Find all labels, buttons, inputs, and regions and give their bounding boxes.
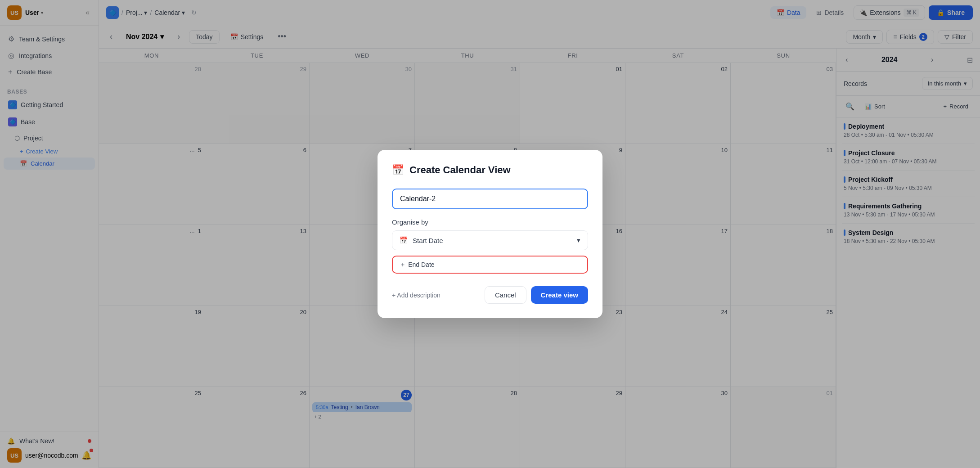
modal-title-label: Create Calendar View <box>409 164 511 176</box>
organise-by-dropdown[interactable]: 📅 Start Date ▾ <box>392 230 588 250</box>
end-date-label: End Date <box>408 261 434 268</box>
start-date-select-label: Start Date <box>413 237 443 244</box>
add-description-label: + Add description <box>392 292 441 299</box>
add-description-button[interactable]: + Add description <box>392 292 441 299</box>
modal-overlay[interactable]: 📅 Create Calendar View Organise by 📅 Sta… <box>0 0 980 468</box>
cancel-button[interactable]: Cancel <box>485 286 526 304</box>
create-view-button[interactable]: Create view <box>531 286 588 304</box>
modal-footer: + Add description Cancel Create view <box>392 286 588 304</box>
modal-action-buttons: Cancel Create view <box>485 286 588 304</box>
modal-calendar-icon: 📅 <box>392 164 404 176</box>
calendar-view-name-input[interactable] <box>392 189 588 209</box>
create-calendar-view-modal: 📅 Create Calendar View Organise by 📅 Sta… <box>378 150 602 318</box>
organise-by-label: Organise by <box>392 218 588 226</box>
end-date-button[interactable]: + End Date <box>392 256 588 274</box>
chevron-down-icon-start-date: ▾ <box>577 236 580 244</box>
end-date-plus-icon: + <box>401 261 405 268</box>
modal-title-row: 📅 Create Calendar View <box>392 164 588 176</box>
start-date-select-left: 📅 Start Date <box>400 236 443 244</box>
start-date-icon: 📅 <box>400 236 408 244</box>
